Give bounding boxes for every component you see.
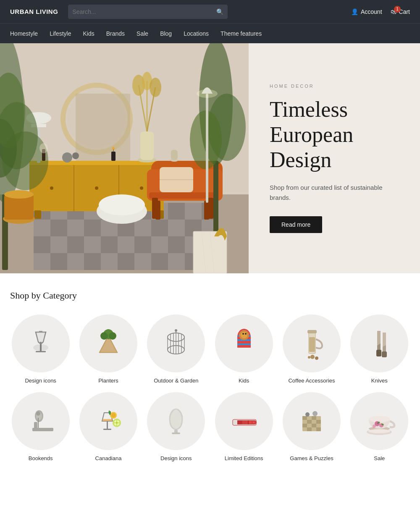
shop-section: Shop by Category Design icons: [0, 273, 420, 487]
svg-point-77: [39, 143, 48, 153]
category-item-kids[interactable]: Kids: [213, 314, 274, 384]
category-label-design-icons-2: Design icons: [160, 455, 192, 461]
svg-rect-111: [237, 341, 251, 343]
nav-item-sale[interactable]: Sale: [136, 29, 148, 39]
svg-point-169: [369, 416, 390, 422]
svg-rect-54: [204, 201, 209, 220]
account-icon: 👤: [351, 8, 358, 15]
svg-rect-22: [118, 253, 134, 270]
main-nav: Homestyle Lifestyle Kids Brands Sale Blo…: [0, 23, 420, 43]
category-circle-design-icons-2: [147, 392, 205, 450]
search-input[interactable]: [72, 8, 216, 15]
svg-rect-41: [140, 131, 154, 160]
category-item-canadiana[interactable]: Canadiana: [78, 392, 139, 461]
hero-section: HOME DECOR Timeless European Design Shop…: [0, 43, 420, 273]
svg-rect-146: [172, 432, 180, 434]
svg-rect-126: [376, 350, 381, 356]
svg-rect-36: [76, 94, 130, 161]
svg-rect-120: [309, 337, 315, 352]
svg-rect-18: [168, 236, 185, 253]
search-icon: 🔍: [216, 8, 223, 15]
category-item-sale[interactable]: Sale: [349, 392, 410, 461]
svg-point-152: [249, 421, 252, 424]
category-circle-knives: [350, 314, 408, 372]
svg-rect-83: [193, 231, 227, 273]
category-item-bookends[interactable]: Bookends: [10, 392, 71, 461]
svg-point-121: [310, 355, 315, 359]
account-button[interactable]: 👤 Account: [351, 8, 382, 15]
svg-rect-165: [306, 414, 309, 417]
logo[interactable]: URBAN LIVING: [10, 8, 58, 15]
cart-button[interactable]: 1 🛍 Cart: [391, 8, 410, 15]
svg-point-172: [373, 424, 376, 428]
svg-rect-14: [34, 236, 50, 253]
svg-rect-23: [151, 253, 168, 270]
category-item-design-icons[interactable]: Design icons: [10, 314, 71, 384]
nav-item-kids[interactable]: Kids: [83, 29, 94, 39]
svg-rect-127: [382, 351, 387, 357]
limited-image: [227, 404, 261, 438]
category-circle-canadiana: [79, 392, 137, 450]
hero-label: HOME DECOR: [270, 84, 399, 89]
planters-image: [92, 327, 125, 360]
category-label-kids: Kids: [239, 377, 249, 384]
outdoor-image: [159, 327, 193, 360]
header: URBAN LIVING 🔍 👤 Account 1 🛍 Cart: [0, 0, 420, 23]
coffee-image: [295, 327, 328, 360]
category-circle-kids: [215, 314, 273, 372]
design-icons-2-image: [159, 404, 193, 438]
svg-point-116: [245, 333, 247, 335]
svg-rect-89: [36, 351, 46, 352]
nav-item-locations[interactable]: Locations: [184, 29, 209, 39]
svg-rect-149: [232, 419, 237, 425]
nav-item-blog[interactable]: Blog: [160, 29, 172, 39]
svg-point-64: [2, 131, 48, 190]
category-circle-design-icons: [12, 314, 70, 372]
svg-point-114: [241, 332, 247, 338]
svg-rect-72: [206, 94, 208, 203]
nav-item-homestyle[interactable]: Homestyle: [10, 29, 38, 39]
svg-point-95: [100, 332, 108, 340]
svg-point-176: [368, 429, 390, 433]
category-circle-sale: [350, 392, 408, 450]
nav-item-brands[interactable]: Brands: [106, 29, 125, 39]
svg-rect-12: [151, 220, 168, 236]
svg-rect-163: [316, 427, 321, 431]
svg-point-80: [112, 147, 115, 149]
svg-rect-15: [67, 236, 84, 253]
svg-point-71: [4, 190, 34, 199]
svg-point-115: [242, 333, 244, 335]
category-item-games[interactable]: Games & Puzzles: [281, 392, 342, 461]
svg-rect-145: [174, 430, 178, 433]
svg-point-75: [72, 152, 79, 159]
category-circle-outdoor: [147, 314, 205, 372]
svg-rect-160: [307, 420, 312, 424]
search-bar[interactable]: 🔍: [68, 5, 228, 19]
category-grid: Design icons Planters: [10, 314, 410, 461]
category-item-coffee[interactable]: Coffee Accessories: [281, 314, 342, 384]
category-label-outdoor: Outdoor & Garden: [154, 377, 198, 384]
svg-rect-119: [307, 330, 317, 333]
category-item-knives[interactable]: Knives: [349, 314, 410, 384]
read-more-button[interactable]: Read more: [270, 216, 322, 233]
category-item-design-icons-2[interactable]: Design icons: [146, 392, 207, 461]
games-image: [295, 404, 328, 438]
category-item-planters[interactable]: Planters: [78, 314, 139, 384]
category-item-outdoor[interactable]: Outdoor & Garden: [146, 314, 207, 384]
category-circle-bookends: [12, 392, 70, 450]
svg-point-123: [308, 356, 310, 359]
svg-point-29: [50, 186, 53, 190]
svg-point-90: [33, 344, 48, 351]
svg-rect-82: [171, 150, 178, 160]
category-label-design-icons: Design icons: [25, 377, 56, 384]
svg-marker-129: [383, 333, 386, 347]
svg-rect-10: [84, 220, 101, 236]
category-label-games: Games & Puzzles: [290, 455, 333, 461]
nav-item-theme-features[interactable]: Theme features: [220, 29, 262, 39]
canadiana-image: [92, 404, 125, 438]
room-illustration: [0, 43, 249, 273]
nav-item-lifestyle[interactable]: Lifestyle: [50, 29, 71, 39]
category-item-limited[interactable]: Limited Editions: [213, 392, 274, 461]
category-circle-coffee: [283, 314, 341, 372]
svg-point-122: [315, 356, 318, 360]
